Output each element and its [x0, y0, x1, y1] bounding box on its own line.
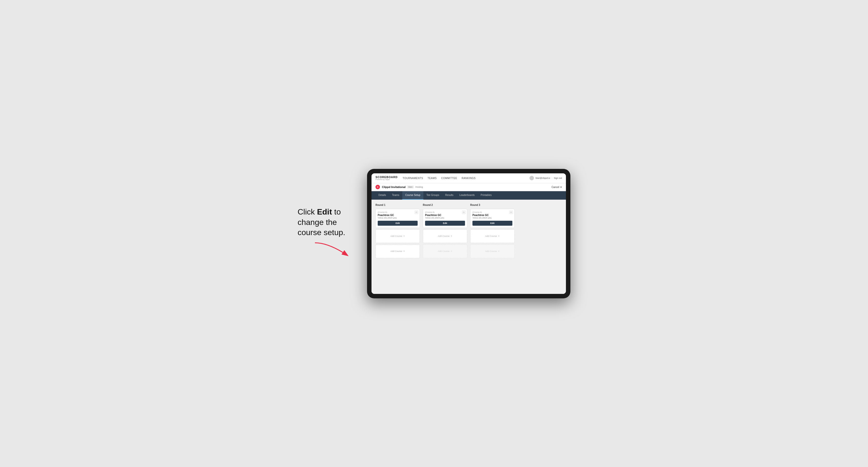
tournament-name: Clippd Invitational	[382, 186, 405, 188]
round-1-course-tag: (Course A)	[378, 211, 417, 213]
round-2-delete-button[interactable]: ⊟	[462, 211, 465, 214]
round-2-add-course-1[interactable]: Add Course +	[423, 229, 467, 243]
round-2-plus-2: +	[451, 250, 452, 253]
nav-committee[interactable]: COMMITTEE	[441, 177, 457, 180]
round-1-label: Round 1	[375, 204, 420, 206]
rounds-grid: Round 1 (Course A) Peachtree GC Yellow (…	[375, 204, 562, 258]
arrow-indicator	[312, 240, 352, 260]
user-email: blair@clippd.io	[535, 177, 550, 179]
round-1-edit-button[interactable]: Edit	[378, 221, 417, 226]
round-2-course-name: Peachtree GC	[425, 214, 465, 217]
tournament-bar: C Clippd Invitational Men Hosting Cancel…	[372, 183, 566, 191]
sign-out-link[interactable]: Sign out	[554, 177, 562, 179]
round-3-label: Round 3	[470, 204, 515, 206]
round-2-edit-button[interactable]: Edit	[425, 221, 465, 226]
nav-user: blair@clippd.io | Sign out	[529, 176, 562, 180]
tablet-screen: SCOREBOARD Powered by clippd TOURNAMENTS…	[372, 174, 566, 294]
round-2-add-label-2: Add Course +	[438, 250, 452, 253]
round-1-add-course-1[interactable]: Add Course +	[375, 229, 420, 243]
round-1-course-card: (Course A) Peachtree GC Yellow (M) (6629…	[375, 209, 420, 228]
tournament-status: Hosting	[415, 186, 423, 188]
round-3-column: Round 3 (Course A) Peachtree GC Yellow (…	[470, 204, 515, 258]
round-1-column: Round 1 (Course A) Peachtree GC Yellow (…	[375, 204, 420, 258]
nav-divider: |	[552, 177, 552, 179]
round-3-plus-2: +	[498, 250, 500, 253]
round-2-course-details: Yellow (M) (6629 yds)	[425, 217, 465, 219]
tournament-logo: C	[375, 185, 380, 189]
round-2-column: Round 2 (Course A) Peachtree GC Yellow (…	[423, 204, 467, 258]
round-2-course-tag: (Course A)	[425, 211, 465, 213]
round-1-add-label-1: Add Course +	[390, 235, 405, 238]
round-3-add-label-1: Add Course +	[485, 235, 500, 238]
tab-teams[interactable]: Teams	[389, 191, 402, 200]
logo-sub-text: Powered by clippd	[375, 179, 398, 180]
nav-teams[interactable]: TEAMS	[428, 177, 437, 180]
round-3-edit-button[interactable]: Edit	[472, 221, 513, 226]
round-3-plus-1: +	[498, 235, 500, 238]
tournament-badge: Men	[407, 186, 414, 188]
tab-tee-groups[interactable]: Tee Groups	[423, 191, 442, 200]
round-3-add-course-1[interactable]: Add Course +	[470, 229, 515, 243]
round-2-label: Round 2	[423, 204, 467, 206]
user-avatar	[529, 176, 534, 180]
round-3-course-details: Yellow (M) (6629 yds)	[472, 217, 513, 219]
nav-links: TOURNAMENTS TEAMS COMMITTEE RANKINGS	[403, 177, 529, 180]
round-1-add-course-2[interactable]: Add Course +	[375, 245, 420, 258]
round-2-course-card: (Course A) Peachtree GC Yellow (M) (6629…	[423, 209, 467, 228]
tab-results[interactable]: Results	[442, 191, 456, 200]
round-1-plus-1: +	[403, 235, 405, 238]
round-1-plus-2: +	[403, 250, 405, 253]
page-wrapper: Click Edit tochange thecourse setup. SCO…	[0, 159, 868, 308]
instruction-text: Click Edit tochange thecourse setup.	[298, 207, 345, 238]
round-1-course-name: Peachtree GC	[378, 214, 417, 217]
nav-rankings[interactable]: RANKINGS	[462, 177, 475, 180]
logo-main-text: SCOREBOARD	[375, 176, 398, 179]
content-area: Round 1 (Course A) Peachtree GC Yellow (…	[372, 200, 566, 294]
tablet-frame: SCOREBOARD Powered by clippd TOURNAMENTS…	[367, 169, 570, 298]
round-3-course-name: Peachtree GC	[472, 214, 513, 217]
tab-printables[interactable]: Printables	[478, 191, 495, 200]
round-4-column-empty	[518, 204, 562, 258]
round-1-add-label-2: Add Course +	[390, 250, 405, 253]
round-3-course-tag: (Course A)	[472, 211, 513, 213]
scoreboard-logo: SCOREBOARD Powered by clippd	[375, 176, 398, 180]
round-3-add-label-2: Add Course +	[485, 250, 500, 253]
round-2-add-label-1: Add Course +	[438, 235, 452, 238]
round-2-add-course-2: Add Course +	[423, 245, 467, 258]
round-1-course-details: Yellow (M) (6629 yds)	[378, 217, 417, 219]
tab-course-setup[interactable]: Course Setup	[402, 191, 423, 200]
tab-details[interactable]: Details	[375, 191, 389, 200]
instruction-panel: Click Edit tochange thecourse setup.	[298, 207, 352, 260]
nav-tournaments[interactable]: TOURNAMENTS	[403, 177, 423, 180]
round-2-plus-1: +	[451, 235, 452, 238]
top-nav: SCOREBOARD Powered by clippd TOURNAMENTS…	[372, 174, 566, 183]
tab-leaderboards[interactable]: Leaderboards	[456, 191, 478, 200]
instruction-bold: Edit	[317, 207, 332, 216]
tab-bar: Details Teams Course Setup Tee Groups Re…	[372, 191, 566, 200]
round-1-delete-button[interactable]: ⊟	[415, 211, 418, 214]
round-3-add-course-2: Add Course +	[470, 245, 515, 258]
round-3-delete-button[interactable]: ⊟	[509, 211, 513, 214]
cancel-button[interactable]: Cancel ✕	[552, 186, 562, 188]
round-3-course-card: (Course A) Peachtree GC Yellow (M) (6629…	[470, 209, 515, 228]
